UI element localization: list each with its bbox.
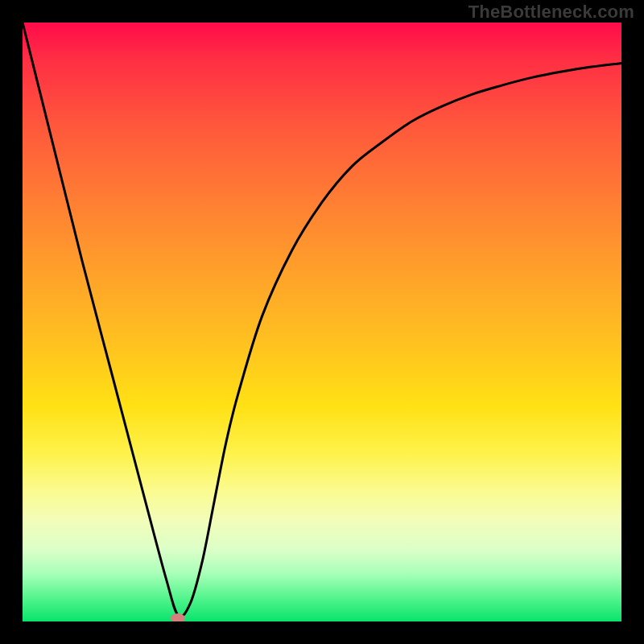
plot-area (23, 23, 621, 621)
bottleneck-curve (23, 23, 621, 621)
minimum-marker (171, 613, 185, 621)
attribution-label: TheBottleneck.com (469, 2, 634, 23)
chart-frame: TheBottleneck.com (0, 0, 644, 644)
